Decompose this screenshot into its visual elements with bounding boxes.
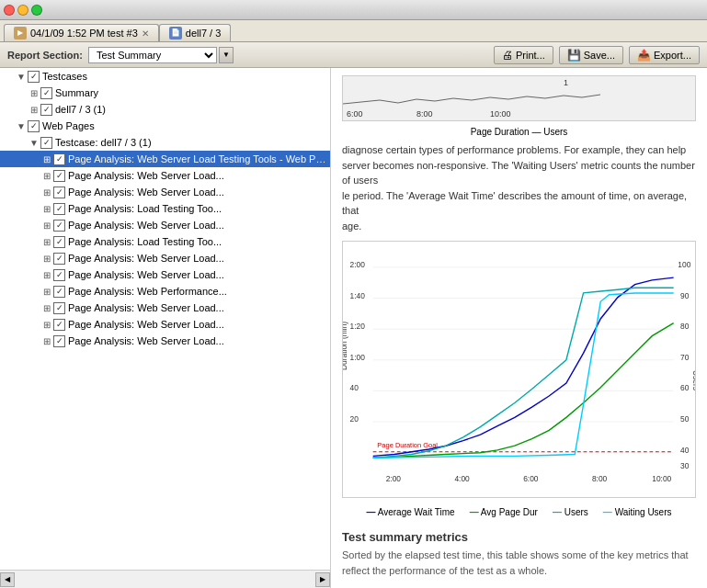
tree-item-pa2[interactable]: ⊞Page Analysis: Web Server Load... [0, 167, 330, 184]
svg-text:70: 70 [680, 353, 690, 362]
tree-checkbox[interactable] [40, 137, 52, 149]
report-section-select[interactable]: Test Summary [88, 47, 217, 63]
save-button[interactable]: 💾 Save... [559, 46, 623, 64]
maximize-button[interactable] [31, 5, 42, 16]
tree-expand-icon[interactable]: ⊞ [40, 186, 53, 198]
print-button[interactable]: 🖨 Print... [494, 46, 553, 64]
tree-item-pa10[interactable]: ⊞Page Analysis: Web Server Load... [0, 300, 330, 316]
mini-chart-legend: Page Duration — Users [342, 127, 696, 137]
tree-item-pa4[interactable]: ⊞Page Analysis: Load Testing Too... [0, 200, 330, 217]
tree-label: Page Analysis: Web Server Load... [68, 335, 224, 346]
tree-item-testcases[interactable]: ▼Testcases [0, 68, 330, 85]
tree-item-dell7[interactable]: ⊞dell7 / 3 (1) [0, 101, 330, 118]
tree-item-pa11[interactable]: ⊞Page Analysis: Web Server Load... [0, 316, 330, 333]
tree-checkbox[interactable] [53, 335, 65, 347]
window-controls[interactable] [4, 5, 42, 16]
legend-page-dur: — Avg Page Dur [470, 507, 538, 517]
tree-item-pa1[interactable]: ⊞Page Analysis: Web Server Load Testing … [0, 151, 330, 167]
legend-waiting: — Waiting Users [603, 507, 672, 517]
svg-text:Users: Users [691, 370, 695, 390]
tree-item-pa7[interactable]: ⊞Page Analysis: Web Server Load... [0, 250, 330, 266]
tree-checkbox[interactable] [53, 170, 65, 182]
report-panel[interactable]: 6:00 8:00 10:00 1 Page Duration — Users … [331, 68, 707, 588]
tab-icon: ▶ [14, 27, 27, 40]
close-button[interactable] [4, 5, 15, 16]
hscroll-left[interactable]: ◀ [0, 572, 15, 587]
report-section-label: Report Section: [7, 50, 83, 61]
tree-item-webpages[interactable]: ▼Web Pages [0, 118, 330, 134]
chart-legend: — Average Wait Time — Avg Page Dur — Use… [342, 507, 696, 517]
print-icon: 🖨 [502, 49, 513, 62]
tree-expand-icon[interactable]: ⊞ [40, 334, 53, 347]
tree-item-pa8[interactable]: ⊞Page Analysis: Web Server Load... [0, 266, 330, 283]
save-icon: 💾 [567, 49, 581, 62]
tree-expand-icon[interactable]: ▼ [28, 136, 40, 149]
svg-text:4:00: 4:00 [454, 474, 470, 483]
svg-text:1: 1 [564, 78, 568, 87]
svg-text:30: 30 [680, 461, 690, 470]
tree-checkbox[interactable] [53, 203, 65, 215]
tree-label: Page Analysis: Web Server Load... [68, 269, 224, 280]
tree-label: Page Analysis: Web Performance... [68, 286, 227, 297]
tree-expand-icon[interactable]: ⊞ [28, 103, 40, 116]
tree-expand-icon[interactable]: ▼ [15, 119, 28, 132]
tree-expand-icon[interactable]: ⊞ [40, 235, 53, 248]
tree-expand-icon[interactable]: ⊞ [40, 285, 53, 298]
tree-expand-icon[interactable]: ⊞ [40, 202, 53, 215]
tree-item-pa6[interactable]: ⊞Page Analysis: Load Testing Too... [0, 233, 330, 250]
tree-expand-icon[interactable]: ⊞ [40, 219, 53, 232]
tree-scroll[interactable]: ▼Testcases⊞Summary⊞dell7 / 3 (1)▼Web Pag… [0, 68, 330, 570]
tree-checkbox[interactable] [53, 302, 65, 314]
tree-checkbox[interactable] [53, 236, 65, 248]
tree-label: Page Analysis: Web Server Load... [68, 170, 224, 181]
tree-expand-icon[interactable]: ⊞ [40, 169, 53, 182]
tree-checkbox[interactable] [28, 120, 40, 132]
tree-label: Testcases [42, 71, 87, 82]
tree-item-pa12[interactable]: ⊞Page Analysis: Web Server Load... [0, 333, 330, 349]
tree-checkbox[interactable] [53, 153, 65, 165]
tree-hscroll[interactable]: ◀ ▶ [0, 570, 330, 588]
tab-dell7[interactable]: 📄 dell7 / 3 [159, 24, 232, 41]
report-select-wrap: Test Summary ▼ [88, 47, 234, 63]
tree-item-pa9[interactable]: ⊞Page Analysis: Web Performance... [0, 283, 330, 300]
tree-expand-icon[interactable]: ⊞ [40, 153, 53, 165]
tree-checkbox[interactable] [53, 269, 65, 281]
tree-expand-icon[interactable]: ⊞ [28, 86, 40, 99]
tree-item-pa5[interactable]: ⊞Page Analysis: Web Server Load... [0, 217, 330, 233]
tree-expand-icon[interactable]: ⊞ [40, 301, 53, 314]
svg-text:1:40: 1:40 [349, 291, 365, 300]
hscroll-right[interactable]: ▶ [315, 572, 330, 587]
tree-label: Page Analysis: Web Server Load... [68, 253, 224, 264]
tree-expand-icon[interactable]: ▼ [15, 70, 28, 83]
svg-text:Page Duration Goal: Page Duration Goal [377, 441, 438, 449]
tree-item-tc-dell7[interactable]: ▼Testcase: dell7 / 3 (1) [0, 134, 330, 151]
tree-checkbox[interactable] [53, 220, 65, 232]
export-button[interactable]: 📤 Export... [629, 46, 700, 64]
tree-checkbox[interactable] [53, 253, 65, 265]
svg-text:40: 40 [680, 446, 690, 455]
tree-item-summary[interactable]: ⊞Summary [0, 85, 330, 101]
hscroll-track[interactable] [15, 573, 315, 586]
tree-checkbox[interactable] [53, 286, 65, 298]
tree-label: Web Pages [42, 120, 95, 131]
tab-close-1[interactable]: ✕ [142, 28, 149, 39]
dropdown-arrow[interactable]: ▼ [219, 47, 234, 63]
title-bar [0, 0, 707, 20]
tree-label: Page Analysis: Web Server Load... [68, 319, 224, 330]
tree-checkbox[interactable] [53, 187, 65, 198]
minimize-button[interactable] [17, 5, 29, 16]
tree-expand-icon[interactable]: ⊞ [40, 318, 53, 331]
section-heading: Test summary metrics [342, 530, 696, 544]
tab-test[interactable]: ▶ 04/1/09 1:52 PM test #3 ✕ [4, 24, 159, 41]
tree-checkbox[interactable] [40, 87, 52, 99]
tree-label: Page Analysis: Web Server Load... [68, 302, 224, 313]
tree-checkbox[interactable] [53, 319, 65, 331]
tree-expand-icon[interactable]: ⊞ [40, 268, 53, 281]
tree-expand-icon[interactable]: ⊞ [40, 252, 53, 265]
main-content: ▼Testcases⊞Summary⊞dell7 / 3 (1)▼Web Pag… [0, 68, 707, 588]
svg-text:50: 50 [680, 414, 690, 424]
tab-bar: ▶ 04/1/09 1:52 PM test #3 ✕ 📄 dell7 / 3 [0, 20, 707, 42]
tree-checkbox[interactable] [40, 104, 52, 116]
tree-item-pa3[interactable]: ⊞Page Analysis: Web Server Load... [0, 184, 330, 200]
tree-checkbox[interactable] [28, 71, 40, 83]
